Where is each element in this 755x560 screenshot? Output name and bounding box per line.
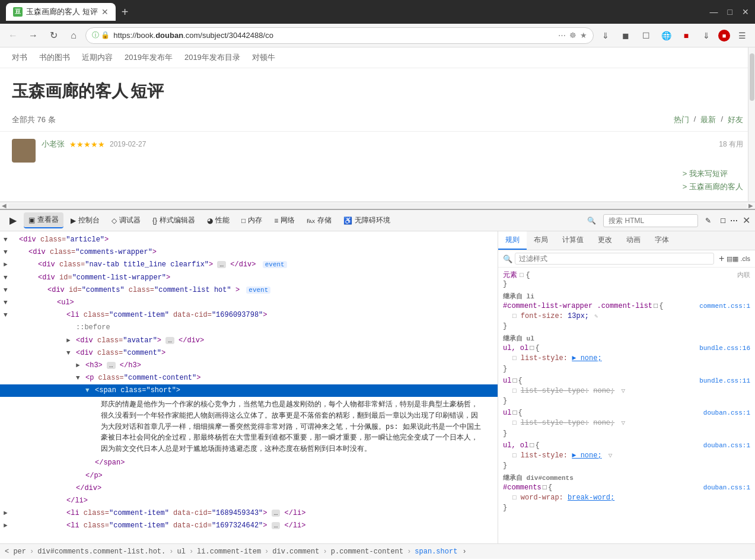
sync-button[interactable]: ☐: [638, 27, 654, 44]
dt-debugger[interactable]: ◇ 调试器: [107, 213, 145, 228]
html-line[interactable]: ► <div class="nav-tab title_line clearfi…: [0, 259, 498, 271]
star-icon[interactable]: ★: [580, 31, 587, 40]
options-icon[interactable]: ⋯: [558, 31, 566, 40]
minimize-button[interactable]: —: [710, 7, 718, 17]
tab-close-button[interactable]: ✕: [101, 7, 109, 17]
horizontal-scrollbar[interactable]: ◀ ▶: [0, 202, 755, 209]
nav-link-1[interactable]: 对书: [12, 52, 27, 63]
download-button[interactable]: ⇓: [597, 27, 614, 44]
css-tab-layout[interactable]: 布局: [527, 231, 555, 250]
dt-edit-button[interactable]: ✎: [700, 214, 716, 227]
breadcrumb-divcomments[interactable]: div#comments.comment-list.hot.: [37, 548, 165, 556]
scroll-right-arrow[interactable]: ▶: [747, 202, 755, 209]
toggle-arrow[interactable]: ▼: [4, 235, 8, 246]
breadcrumb-divcomment[interactable]: div.comment: [272, 548, 319, 556]
css-source[interactable]: bundle.css:11: [699, 377, 750, 384]
filter-latest[interactable]: 最新: [700, 114, 716, 125]
library-button[interactable]: ◼: [617, 27, 634, 44]
html-line-li2[interactable]: ► <li class="comment-item" data-cid="168…: [0, 507, 498, 520]
reload-button[interactable]: ↻: [45, 27, 62, 44]
css-tab-rules[interactable]: 规则: [498, 231, 527, 250]
extension-icon3[interactable]: ■: [718, 30, 730, 42]
dt-search-toggle[interactable]: 🔍: [582, 214, 601, 227]
collapsed-badge[interactable]: …: [217, 261, 226, 268]
toggle-arrow[interactable]: ▼: [4, 273, 8, 284]
html-line[interactable]: ▼ <ul>: [0, 297, 498, 309]
nav-link-4[interactable]: 2019年发布年: [125, 52, 173, 63]
event-badge[interactable]: event: [263, 261, 287, 268]
reviewer-name[interactable]: 小老张: [42, 139, 65, 149]
dt-performance[interactable]: ◕ 性能: [202, 213, 234, 228]
breadcrumb-p[interactable]: p.comment-content: [331, 548, 403, 556]
nav-link-6[interactable]: 对顿牛: [252, 52, 275, 63]
css-source[interactable]: douban.css:1: [703, 409, 750, 416]
css-source[interactable]: douban.css:1: [703, 442, 750, 449]
event-badge[interactable]: event: [246, 287, 270, 294]
collapsed-badge[interactable]: …: [165, 337, 174, 344]
scroll-left-arrow[interactable]: ◀: [0, 202, 8, 209]
breadcrumb-ul[interactable]: ul: [177, 548, 185, 556]
css-add-button[interactable]: +: [719, 253, 724, 264]
html-line[interactable]: ▼ <p class="comment-content">: [0, 372, 498, 384]
toggle-arrow[interactable]: ►: [4, 260, 8, 271]
html-line[interactable]: ▼ <div class="comment">: [0, 347, 498, 359]
dt-pick-element[interactable]: ▶: [5, 212, 21, 228]
toggle-arrow[interactable]: ▼: [76, 373, 80, 384]
toggle-arrow[interactable]: ▼: [4, 285, 8, 296]
breadcrumb-span-short[interactable]: span.short: [415, 548, 457, 556]
toggle-arrow[interactable]: ►: [4, 508, 8, 519]
dt-storage[interactable]: ℻ 存储: [302, 213, 336, 228]
breadcrumb-li[interactable]: li.comment-item: [197, 548, 261, 556]
css-source[interactable]: comment.css:1: [699, 303, 750, 310]
html-line-li3[interactable]: ► <li class="comment-item" data-cid="169…: [0, 520, 498, 532]
collapsed-badge[interactable]: …: [272, 510, 281, 517]
toggle-arrow[interactable]: ►: [66, 336, 71, 346]
dt-network[interactable]: ≡ 网络: [269, 213, 300, 228]
toggle-arrow[interactable]: ▼: [66, 348, 71, 359]
css-selector-toggle[interactable]: ▤▦ .cls: [727, 255, 750, 263]
filter-hot[interactable]: 热门: [674, 114, 689, 125]
css-filter-input[interactable]: [515, 253, 714, 265]
dt-close-button[interactable]: ✕: [743, 215, 750, 226]
maximize-button[interactable]: □: [728, 7, 732, 17]
filter-friends[interactable]: 好友: [728, 114, 743, 125]
vertical-scrollbar[interactable]: [748, 47, 755, 201]
menu-button[interactable]: ☰: [734, 27, 750, 44]
html-line[interactable]: ▼ <div class="comments-wrapper">: [0, 246, 498, 259]
nav-link-3[interactable]: 近期内容: [82, 52, 113, 63]
edit-icon[interactable]: ✎: [594, 313, 598, 320]
css-tab-fonts[interactable]: 字体: [648, 231, 676, 250]
toggle-arrow[interactable]: ▼: [4, 310, 8, 321]
nav-link-2[interactable]: 书的图书: [39, 52, 70, 63]
toggle-arrow[interactable]: ▼: [85, 386, 90, 396]
address-bar[interactable]: ⓘ 🔒 https://book.douban.com/subject/3044…: [85, 27, 594, 44]
breadcrumb-forward-arrow[interactable]: ›: [462, 548, 466, 556]
close-button[interactable]: ✕: [742, 7, 749, 17]
collapsed-badge[interactable]: …: [272, 522, 281, 529]
new-tab-button[interactable]: +: [118, 5, 132, 19]
nav-link-5[interactable]: 2019年发布目录: [184, 52, 240, 63]
css-tab-changes[interactable]: 更改: [591, 231, 619, 250]
dt-more-button[interactable]: ⋯: [730, 216, 738, 225]
dt-accessibility[interactable]: ♿ 无障碍环境: [339, 213, 395, 228]
html-line-close-li[interactable]: </li>: [0, 495, 498, 507]
write-review-link[interactable]: > 我来写短评: [683, 168, 743, 179]
toggle-arrow[interactable]: ►: [76, 361, 80, 371]
html-line-before[interactable]: ::before: [0, 322, 498, 334]
html-line[interactable]: ▼ <div id="comment-list-wrapper">: [0, 272, 498, 284]
dt-responsive-icon[interactable]: □: [721, 216, 725, 225]
dt-console[interactable]: ▶ 控制台: [66, 213, 104, 228]
bookmark-icon[interactable]: ☸: [569, 31, 576, 40]
html-line-close-div[interactable]: </div>: [0, 482, 498, 495]
extension-icon2[interactable]: ⇓: [698, 27, 715, 44]
dt-inspector[interactable]: ▣ 查看器: [24, 212, 63, 228]
dt-search-input[interactable]: [603, 214, 698, 227]
html-line[interactable]: ▼ <li class="comment-item" data-cid="169…: [0, 309, 498, 322]
home-button[interactable]: ⌂: [65, 27, 82, 44]
html-line-close-p[interactable]: </p>: [0, 470, 498, 482]
css-tab-animations[interactable]: 动画: [619, 231, 648, 250]
toggle-arrow[interactable]: ▼: [4, 247, 8, 258]
active-tab[interactable]: 豆 玉森画廊的客人 短评 ✕: [6, 3, 116, 21]
css-source[interactable]: bundle.css:16: [699, 345, 750, 352]
dt-style-editor[interactable]: {} 样式编辑器: [148, 213, 200, 228]
